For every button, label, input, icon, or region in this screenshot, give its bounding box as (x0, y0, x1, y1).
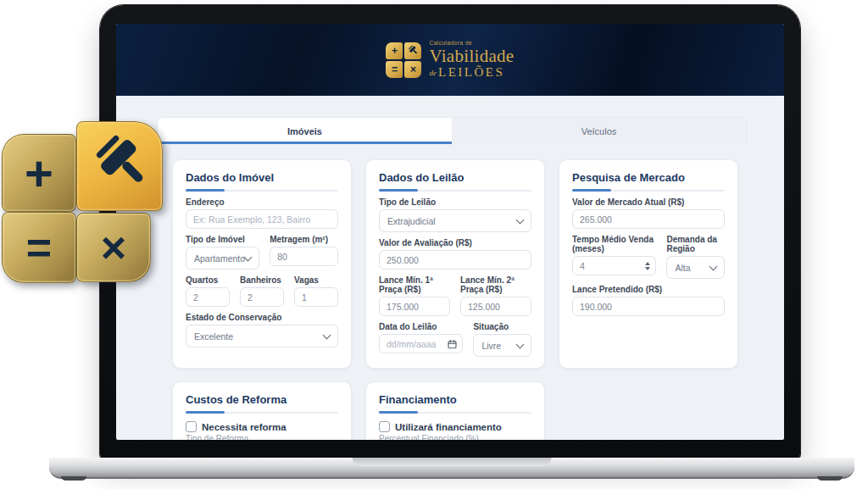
equals-icon: = (2, 212, 76, 283)
endereco-input[interactable] (186, 209, 338, 229)
banheiros-label: Banheiros (240, 275, 284, 285)
card-title: Financiamento (379, 393, 531, 406)
tipo-imovel-select[interactable]: Apartamento (186, 247, 259, 270)
laptop-base-notch (353, 458, 552, 466)
tipo-reforma-label: Tipo de Reforma (186, 434, 338, 440)
tipo-leilao-value: Extrajudicial (387, 216, 436, 226)
necessita-reforma-checkbox[interactable] (186, 421, 197, 432)
chevron-down-icon (323, 331, 331, 339)
logo-de: de (429, 69, 437, 77)
data-leilao-label: Data do Leilão (379, 322, 463, 331)
title-divider (186, 412, 338, 414)
card-dados-leilao: Dados do Leilão Tipo de Leilão Extrajudi… (365, 159, 545, 369)
chevron-down-icon (244, 253, 253, 261)
gavel-icon (76, 121, 163, 211)
estado-value: Excelente (194, 331, 233, 342)
card-title: Custos de Reforma (186, 393, 338, 406)
plus-icon: + (386, 42, 403, 59)
lance2-input[interactable] (460, 297, 531, 316)
cards-row-1: Dados do Imóvel Endereço Tipo de Imóvel … (172, 159, 738, 369)
situacao-label: Situação (473, 322, 531, 331)
estado-select[interactable]: Excelente (186, 325, 338, 347)
card-dados-imovel: Dados do Imóvel Endereço Tipo de Imóvel … (172, 159, 352, 369)
avaliacao-label: Valor de Avaliação (R$) (379, 238, 531, 247)
chevron-down-icon (709, 262, 718, 270)
tipo-leilao-select[interactable]: Extrajudicial (379, 209, 531, 232)
vagas-input[interactable] (294, 287, 338, 307)
endereco-label: Endereço (186, 197, 338, 207)
card-financiamento: Financiamento Utilizará financiamento Pe… (365, 381, 545, 440)
plus-icon: + (2, 134, 76, 212)
times-icon: × (404, 61, 421, 78)
logo-subtitle: de LEILÕES (429, 66, 514, 79)
chevron-down-icon (516, 340, 525, 348)
app-logo-text: Calculadora de Viabilidade de LEILÕES (429, 41, 514, 80)
card-pesquisa-mercado: Pesquisa de Mercado Valor de Mercado Atu… (559, 159, 738, 369)
page: + = × Calculadora de Viabilidade de LEIL… (0, 0, 868, 489)
vagas-label: Vagas (294, 275, 338, 285)
logo-title: Viabilidade (429, 47, 514, 65)
calendar-icon[interactable] (448, 339, 457, 348)
demanda-label: Demanda da Região (666, 235, 725, 253)
tipo-leilao-label: Tipo de Leilão (379, 197, 531, 207)
app-logo: + = × Calculadora de Viabilidade de LEIL… (386, 41, 514, 80)
lance-pretendido-input[interactable] (572, 297, 725, 316)
title-divider (572, 190, 725, 192)
valor-mercado-label: Valor de Mercado Atual (R$) (572, 197, 725, 207)
estado-label: Estado de Conservação (186, 313, 338, 322)
calculator-logo-icon: + = × (386, 42, 421, 78)
situacao-select[interactable]: Livre (473, 334, 531, 357)
utilizara-financiamento-label: Utilizará financiamento (395, 422, 502, 432)
title-divider (186, 190, 338, 192)
number-spinner-icon[interactable] (645, 262, 650, 270)
app-screen: + = × Calculadora de Viabilidade de LEIL… (116, 24, 784, 440)
chevron-down-icon (516, 215, 525, 224)
app-header: + = × Calculadora de Viabilidade de LEIL… (116, 24, 784, 96)
metragem-input[interactable] (270, 247, 338, 266)
avaliacao-input[interactable] (379, 250, 531, 270)
metragem-label: Metragem (m²) (270, 235, 338, 244)
gavel-icon (404, 42, 421, 59)
card-title: Dados do Leilão (379, 171, 531, 184)
logo-leiloes: LEILÕES (438, 66, 504, 79)
title-divider (379, 190, 531, 192)
necessita-reforma-label: Necessita reforma (202, 422, 287, 432)
tab-imoveis[interactable]: Imóveis (158, 118, 452, 144)
cards-row-2: Custos de Reforma Necessita reforma Tipo… (172, 381, 738, 440)
lance1-input[interactable] (379, 297, 450, 316)
title-divider (379, 412, 531, 414)
lance2-label: Lance Mín. 2ª Praça (R$) (460, 275, 531, 294)
quartos-label: Quartos (186, 275, 230, 285)
tempo-venda-input[interactable] (572, 256, 656, 275)
tipo-imovel-label: Tipo de Imóvel (186, 235, 259, 244)
tempo-venda-label: Tempo Médio Venda (meses) (572, 235, 656, 253)
laptop-base (49, 458, 854, 479)
quartos-input[interactable] (186, 287, 230, 307)
situacao-value: Livre (481, 341, 501, 351)
valor-mercado-input[interactable] (572, 209, 725, 229)
demanda-select[interactable]: Alta (666, 256, 725, 279)
demanda-value: Alta (675, 263, 690, 273)
banheiros-input[interactable] (240, 287, 284, 307)
tab-bar: Imóveis Veículos (157, 117, 747, 144)
tab-veiculos[interactable]: Veículos (452, 118, 746, 144)
times-icon: × (76, 213, 151, 282)
percentual-financiado-label: Percentual Financiado (%) (379, 434, 531, 440)
laptop-frame: + = × Calculadora de Viabilidade de LEIL… (100, 5, 800, 459)
card-title: Dados do Imóvel (186, 171, 338, 184)
equals-icon: = (386, 61, 403, 78)
lance-pretendido-label: Lance Pretendido (R$) (572, 285, 725, 294)
card-title: Pesquisa de Mercado (572, 171, 725, 184)
utilizara-financiamento-checkbox[interactable] (379, 421, 390, 432)
lance1-label: Lance Mín. 1ª Praça (R$) (379, 275, 450, 294)
tipo-imovel-value: Apartamento (194, 253, 245, 264)
card-custos-reforma: Custos de Reforma Necessita reforma Tipo… (172, 381, 352, 440)
app-logo-badge: + = × (0, 121, 163, 282)
